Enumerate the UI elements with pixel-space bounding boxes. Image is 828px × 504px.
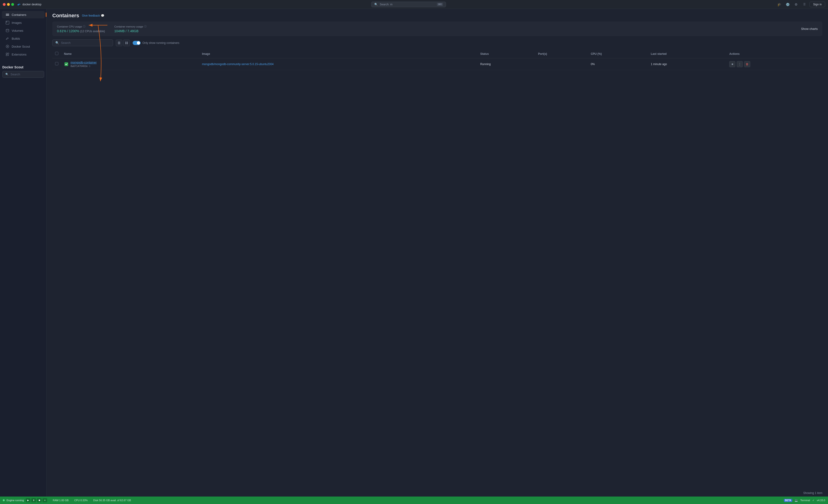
cpu-note: (12 CPUs available) <box>80 30 105 33</box>
toolbar: 🔍 <box>47 36 828 49</box>
container-id: 8a671470402e ⎘ <box>71 64 97 67</box>
settings-icon-btn[interactable]: ⚙ <box>793 1 799 8</box>
main-layout: Containers Images Volumes <box>0 9 828 497</box>
container-image-link[interactable]: mongodb/mongodb-community-server:5.0.15-… <box>202 62 274 66</box>
container-search-icon: 🔍 <box>55 41 59 45</box>
engine-menu-button[interactable]: ≡ <box>42 498 47 502</box>
svg-rect-6 <box>6 53 7 54</box>
grid-view-button[interactable] <box>123 40 130 46</box>
header-status: Status <box>478 49 535 58</box>
svg-rect-1 <box>6 15 9 16</box>
sidebar-item-builds[interactable]: Builds <box>2 35 45 42</box>
toggle-thumb <box>137 41 140 45</box>
sidebar-item-images[interactable]: Images <box>2 19 45 27</box>
row-cpu-cell: 0% <box>588 58 648 70</box>
list-view-button[interactable] <box>116 40 122 46</box>
stop-container-button[interactable]: ■ <box>729 61 735 67</box>
container-name-link[interactable]: mongodb-container <box>71 61 97 64</box>
svg-rect-7 <box>8 53 9 54</box>
content-area: Containers Give feedback 💬 Container CPU… <box>47 9 828 497</box>
cpu-stat: Container CPU usage ⓘ 0.61% / 1200% (12 … <box>57 25 105 33</box>
content-header: Containers Give feedback 💬 <box>47 9 828 21</box>
cpu-stat-label: Container CPU usage ⓘ <box>57 25 105 28</box>
running-containers-toggle[interactable]: Only show running containers <box>133 41 179 45</box>
engine-status-label: Engine running <box>6 499 24 502</box>
maximize-button[interactable] <box>11 3 14 6</box>
close-button[interactable] <box>3 3 6 6</box>
row-ports-cell <box>535 58 588 70</box>
select-all-checkbox[interactable] <box>55 52 58 55</box>
engine-play-button[interactable]: ▶ <box>26 498 30 502</box>
svg-rect-2 <box>6 21 9 24</box>
header-last-started: Last started <box>648 49 727 58</box>
footer: Engine running ▶ ⏸ ⏹ ≡ RAM 1.00 GB CPU 0… <box>0 497 828 504</box>
docker-logo-icon <box>17 3 21 6</box>
cpu-info-icon[interactable]: ⓘ <box>83 25 85 28</box>
svg-rect-16 <box>65 62 68 66</box>
svg-rect-9 <box>118 42 120 42</box>
sidebar-item-docker-scout[interactable]: Docker Scout <box>2 43 45 50</box>
container-status-icon <box>64 62 69 66</box>
svg-rect-12 <box>125 42 126 43</box>
sidebar-item-extensions[interactable]: Extensions <box>2 51 45 58</box>
more-options-button[interactable]: ⋮ <box>737 61 743 67</box>
engine-pause-button[interactable]: ⏸ <box>31 498 36 502</box>
row-status-cell: Running <box>478 58 535 70</box>
sidebar-extensions-label: Extensions <box>12 53 27 56</box>
row-image-cell: mongodb/mongodb-community-server:5.0.15-… <box>199 58 478 70</box>
volumes-icon <box>6 29 9 33</box>
header-image: Image <box>199 49 478 58</box>
feedback-link[interactable]: Give feedback 💬 <box>82 14 105 17</box>
header-actions: Actions <box>727 49 822 58</box>
sign-in-button[interactable]: Sign in <box>810 2 825 7</box>
memory-info-icon[interactable]: ⓘ <box>144 25 147 28</box>
titlebar-search-area: 🔍 Search: m ⌘K <box>44 2 774 7</box>
container-search-input[interactable] <box>61 41 110 45</box>
svg-rect-14 <box>125 43 126 44</box>
version-label: v4.33.0 <box>817 499 825 502</box>
sidebar-item-containers[interactable]: Containers <box>2 11 45 18</box>
extensions-icon <box>6 52 9 56</box>
docker-scout-search-input[interactable] <box>10 73 41 76</box>
memory-stat-value: 104MB / 7.48GB <box>114 29 147 33</box>
titlebar: docker desktop 🔍 Search: m ⌘K 🎓 ⚙️ ⚙ ⠿ S… <box>0 0 828 9</box>
svg-rect-0 <box>6 14 9 14</box>
docker-scout-title: Docker Scout <box>2 65 44 69</box>
containers-table-wrap: Name Image Status Port(s) CPU (%) Last s… <box>47 49 828 490</box>
header-checkbox-col <box>52 49 61 58</box>
footer-ram: RAM 1.00 GB <box>53 499 69 502</box>
copy-id-icon[interactable]: ⎘ <box>89 65 90 67</box>
grid-menu-icon-btn[interactable]: ⠿ <box>801 1 808 8</box>
terminal-icon: 💻 <box>795 499 798 502</box>
engine-stop-button[interactable]: ⏹ <box>37 498 42 502</box>
memory-stat-label: Container memory usage ⓘ <box>114 25 147 28</box>
sidebar-containers-label: Containers <box>12 13 27 16</box>
show-charts-button[interactable]: Show charts <box>801 26 818 32</box>
docker-scout-search-wrap[interactable]: 🔍 <box>2 71 44 78</box>
minimize-button[interactable] <box>7 3 10 6</box>
svg-rect-3 <box>6 21 7 22</box>
terminal-label[interactable]: Terminal <box>800 499 810 502</box>
sidebar-volumes-label: Volumes <box>12 29 23 33</box>
container-status: Running <box>480 62 491 66</box>
svg-rect-15 <box>127 43 128 44</box>
row-checkbox[interactable] <box>55 62 58 65</box>
row-actions-cell: ■ ⋮ 🗑 <box>727 58 822 70</box>
app-name-label: docker desktop <box>23 3 41 6</box>
containers-icon <box>6 13 9 16</box>
global-search-bar[interactable]: 🔍 Search: m ⌘K <box>371 2 446 7</box>
sidebar-item-volumes[interactable]: Volumes <box>2 27 45 34</box>
containers-table: Name Image Status Port(s) CPU (%) Last s… <box>52 49 822 70</box>
container-search-wrap[interactable]: 🔍 <box>52 39 113 46</box>
cpu-stat-value: 0.61% / 1200% (12 CPUs available) <box>57 29 105 33</box>
marketplace-icon-btn[interactable]: ⚙️ <box>784 1 791 8</box>
sidebar-images-label: Images <box>12 21 22 25</box>
header-cpu: CPU (%) <box>588 49 648 58</box>
learn-icon-btn[interactable]: 🎓 <box>776 1 783 8</box>
table-row: mongodb-container 8a671470402e ⎘ <box>52 58 822 70</box>
docker-scout-section: Docker Scout 🔍 <box>0 63 46 80</box>
stats-bar: Container CPU usage ⓘ 0.61% / 1200% (12 … <box>52 21 822 36</box>
toggle-label: Only show running containers <box>142 41 179 45</box>
delete-container-button[interactable]: 🗑 <box>744 61 750 67</box>
app-title: docker desktop <box>17 3 41 6</box>
